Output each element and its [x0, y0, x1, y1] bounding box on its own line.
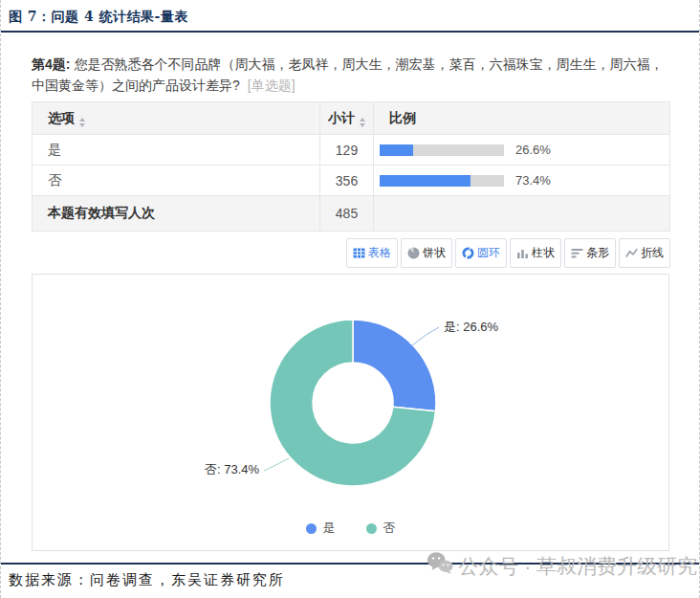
footer-label-cell: 本题有效填写人次: [33, 196, 320, 232]
ratio-bar-fill: [380, 175, 470, 187]
title-divider: [1, 31, 699, 33]
donut-chart: [33, 275, 668, 552]
legend-dot-yes: [306, 523, 317, 534]
legend-item-no[interactable]: 否: [366, 520, 396, 537]
line-chart-icon: [625, 247, 638, 259]
chart-type-table-button[interactable]: 表格: [346, 238, 398, 268]
header-option[interactable]: 选项: [33, 102, 320, 135]
chart-type-donut-button[interactable]: 圆环: [455, 238, 507, 268]
chart-type-column-button[interactable]: 柱状: [510, 238, 561, 268]
sort-icon[interactable]: [360, 118, 365, 127]
donut-icon: [462, 247, 474, 259]
ratio-percent: 73.4%: [515, 173, 551, 188]
question-number: 第4题:: [32, 56, 70, 72]
option-cell: 是: [33, 135, 320, 166]
count-cell: 356: [320, 166, 374, 196]
results-table: 选项 小计 比例 是 129 2: [32, 101, 670, 232]
wechat-icon: [426, 549, 454, 583]
label-leader-line-yes: [412, 327, 439, 345]
question-body: 您是否熟悉各个不同品牌（周大福，老凤祥，周大生，潮宏基，菜百，六福珠宝，周生生，…: [32, 56, 663, 93]
chart-type-pie-button[interactable]: 饼状: [401, 238, 452, 268]
label-leader-line-no: [264, 458, 289, 471]
donut-chart-panel: 是: 26.6% 否: 73.4% 是 否: [32, 274, 669, 551]
chart-type-toolbar: 表格 饼状 圆环 柱状: [32, 238, 670, 268]
legend-item-yes[interactable]: 是: [306, 520, 336, 537]
watermark: 公众号 · 草叔消费升级研究: [426, 549, 697, 583]
sort-icon[interactable]: [79, 118, 85, 127]
ratio-cell: 26.6%: [374, 135, 670, 166]
question-type-tag: [单选题]: [248, 78, 295, 93]
legend-dot-no: [366, 523, 377, 534]
figure-title: 图 7：问题 4 统计结果-量表: [1, 0, 699, 31]
header-ratio: 比例: [374, 102, 670, 135]
table-row: 是 129 26.6%: [33, 135, 670, 166]
table-footer-row: 本题有效填写人次 485: [33, 196, 670, 232]
watermark-text: 公众号 · 草叔消费升级研究: [458, 553, 697, 580]
option-cell: 否: [33, 166, 320, 196]
slice-label-no: 否: 73.4%: [205, 461, 259, 478]
donut-slice-yes: [353, 320, 436, 411]
column-chart-icon: [516, 247, 529, 259]
slice-label-yes: 是: 26.6%: [444, 319, 498, 336]
pie-icon: [407, 247, 420, 259]
table-icon: [353, 247, 365, 259]
chart-type-bar-button[interactable]: 条形: [564, 238, 616, 268]
footer-empty-cell: [374, 196, 670, 232]
footer-count-cell: 485: [320, 196, 374, 232]
data-source-note: 数据来源：问卷调查，东吴证券研究所: [9, 571, 285, 589]
chart-type-line-button[interactable]: 折线: [619, 238, 670, 268]
ratio-cell: 73.4%: [374, 166, 670, 196]
question-text: 第4题:您是否熟悉各个不同品牌（周大福，老凤祥，周大生，潮宏基，菜百，六福珠宝，…: [32, 54, 670, 96]
ratio-percent: 26.6%: [515, 143, 551, 157]
ratio-bar-track: [380, 175, 504, 187]
table-header-row: 选项 小计 比例: [33, 102, 670, 135]
table-row: 否 356 73.4%: [33, 166, 670, 196]
count-cell: 129: [320, 135, 374, 166]
ratio-bar-fill: [380, 144, 413, 156]
chart-legend: 是 否: [33, 520, 668, 537]
report-figure-page: 图 7：问题 4 统计结果-量表 第4题:您是否熟悉各个不同品牌（周大福，老凤祥…: [0, 0, 700, 598]
ratio-bar-track: [380, 144, 504, 156]
bar-chart-icon: [571, 247, 583, 259]
survey-widget: 第4题:您是否熟悉各个不同品牌（周大福，老凤祥，周大生，潮宏基，菜百，六福珠宝，…: [1, 54, 699, 551]
header-count[interactable]: 小计: [320, 102, 374, 135]
